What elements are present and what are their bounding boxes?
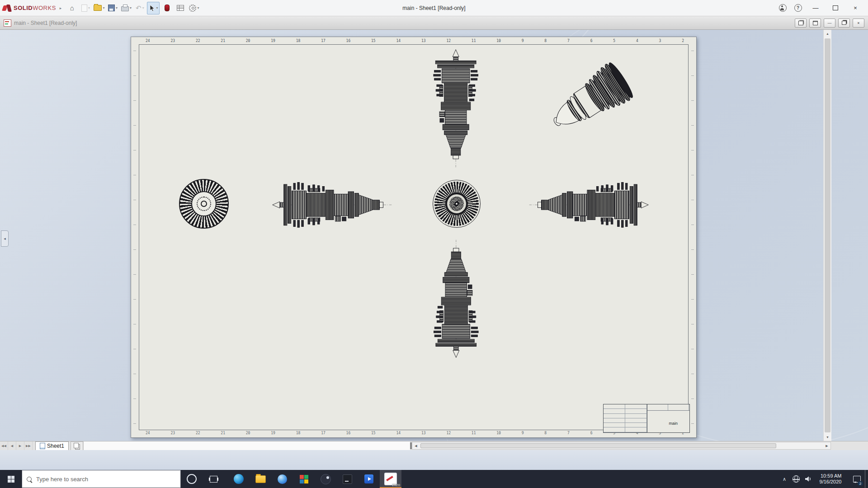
undo-button[interactable]: ↶ ▾ — [133, 2, 146, 14]
help-button[interactable]: ? — [790, 0, 806, 16]
drawing-view-back[interactable] — [179, 179, 229, 229]
scroll-up-icon: ▲ — [826, 32, 829, 35]
maximize-button[interactable] — [826, 0, 845, 16]
scroll-left-button[interactable]: ◀ — [412, 442, 420, 449]
edge-button[interactable] — [228, 470, 250, 488]
sheet-icon — [40, 443, 45, 449]
graphics-area[interactable]: 24 23 22 21 20 19 18 17 16 15 14 13 12 1… — [0, 30, 868, 441]
doc-restore-button[interactable] — [838, 19, 850, 28]
rebuild-icon — [165, 5, 170, 11]
hub-center — [201, 201, 207, 207]
solidworks-version-label: 2020 — [392, 483, 400, 487]
file-properties-button[interactable] — [174, 2, 187, 14]
volume-button[interactable] — [802, 470, 814, 488]
browser-button[interactable] — [271, 470, 293, 488]
sheet-zone-ticks-left — [133, 51, 136, 424]
brand-text-light: WORKS — [33, 5, 56, 11]
search-icon — [27, 477, 32, 482]
next-sheet-button[interactable]: ▶ — [16, 441, 24, 450]
scroll-up-button[interactable]: ▲ — [824, 30, 831, 38]
first-sheet-button[interactable]: ◀◀ — [0, 441, 8, 450]
scroll-right-icon: ▶ — [826, 444, 828, 448]
options-button[interactable]: ▾ — [188, 2, 200, 14]
file-explorer-icon — [255, 475, 266, 483]
taskbar-search[interactable] — [22, 470, 181, 488]
home-button[interactable]: ⌂ — [66, 2, 78, 14]
solidworks-logo: SOLID WORKS — [3, 5, 56, 12]
horizontal-scrollbar[interactable]: ◀ ▶ — [412, 442, 831, 450]
show-desktop-button[interactable] — [865, 470, 868, 488]
drawing-view-right[interactable] — [528, 179, 650, 230]
document-title: main - Sheet1 [Read-only] — [14, 20, 77, 26]
photos-icon — [300, 475, 308, 483]
cortana-button[interactable] — [181, 470, 203, 488]
add-sheet-button[interactable] — [71, 441, 83, 450]
tab-sheet1[interactable]: Sheet1 — [35, 441, 69, 450]
undo-icon: ↶ — [136, 5, 142, 11]
last-sheet-button[interactable]: ▶▶ — [24, 441, 33, 450]
drawing-view-front[interactable] — [433, 180, 481, 228]
tray-overflow-button[interactable]: ∧ — [779, 470, 790, 488]
doc-cascade-button[interactable] — [795, 19, 807, 28]
start-button[interactable] — [0, 470, 22, 488]
notification-badge: 2 — [858, 481, 863, 486]
task-view-button[interactable] — [203, 470, 224, 488]
minimize-button[interactable]: — — [806, 0, 826, 16]
new-document-button[interactable]: ▾ — [79, 2, 92, 14]
doc-tile-button[interactable] — [809, 19, 821, 28]
rebuild-button[interactable] — [160, 2, 173, 14]
movies-button[interactable] — [358, 470, 380, 488]
save-button[interactable]: ▾ — [106, 2, 119, 14]
horizontal-scroll-thumb[interactable] — [420, 443, 776, 448]
terminal-button[interactable] — [336, 470, 358, 488]
chevron-down-icon: ▾ — [130, 6, 132, 10]
panel-collapse-tab[interactable]: ◂ — [1, 230, 9, 247]
scroll-down-button[interactable]: ▼ — [824, 433, 831, 441]
chevron-down-icon: ▾ — [88, 6, 90, 10]
file-explorer-button[interactable] — [250, 470, 271, 488]
solidworks-taskbar-button[interactable]: 2020 — [380, 470, 401, 488]
spinner-tip — [456, 203, 458, 205]
doc-restore-icon — [842, 21, 846, 25]
status-bar — [0, 450, 868, 470]
drawing-view-isometric[interactable] — [539, 54, 643, 142]
account-button[interactable] — [775, 0, 790, 16]
clock-time: 10:59 AM — [820, 473, 842, 479]
network-button[interactable] — [790, 470, 802, 488]
tile-icon — [813, 21, 818, 25]
help-icon: ? — [794, 4, 802, 12]
vertical-scrollbar[interactable]: ▲ ▼ — [823, 30, 831, 441]
nav-next-icon: ▶ — [19, 444, 21, 448]
clock[interactable]: 10:59 AM 9/16/2020 — [814, 470, 849, 488]
drawing-view-left[interactable] — [271, 179, 393, 230]
home-icon: ⌂ — [70, 5, 74, 11]
nav-last-icon: ▶▶ — [26, 444, 31, 448]
chevron-down-icon: ▾ — [142, 6, 144, 10]
select-tool-button[interactable]: ▾ — [147, 2, 160, 14]
movies-tv-icon — [364, 474, 373, 483]
menu-flyout-icon[interactable]: ▸ — [60, 6, 62, 10]
open-button[interactable]: ▾ — [93, 2, 105, 14]
clock-date: 9/16/2020 — [820, 479, 842, 485]
doc-minimize-icon: — — [828, 21, 832, 25]
close-button[interactable]: × — [845, 0, 865, 16]
doc-close-button[interactable]: × — [853, 19, 864, 28]
drawing-view-bottom[interactable] — [429, 238, 483, 360]
nav-first-icon: ◀◀ — [1, 444, 6, 448]
steam-button[interactable] — [315, 470, 336, 488]
action-center-button[interactable]: 2 — [849, 470, 865, 488]
previous-sheet-button[interactable]: ◀ — [8, 441, 16, 450]
search-input[interactable] — [35, 475, 176, 483]
minimize-icon: — — [813, 5, 819, 11]
scroll-right-button[interactable]: ▶ — [823, 442, 830, 449]
new-document-icon — [81, 5, 87, 12]
drawing-view-top[interactable] — [429, 48, 483, 170]
save-icon — [108, 5, 115, 11]
scroll-left-icon: ◀ — [415, 444, 417, 448]
chevron-down-icon: ▾ — [156, 6, 158, 10]
print-button[interactable]: ▾ — [120, 2, 132, 14]
photos-button[interactable] — [293, 470, 315, 488]
vertical-scroll-thumb[interactable] — [825, 38, 830, 432]
doc-minimize-button[interactable]: — — [824, 19, 835, 28]
task-view-icon — [210, 476, 217, 483]
